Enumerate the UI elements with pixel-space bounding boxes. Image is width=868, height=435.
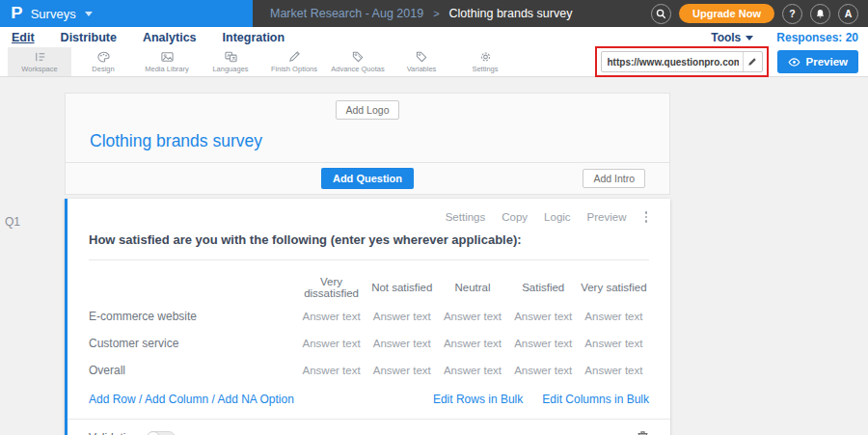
toolbar-item-finish-options[interactable]: Finish Options	[262, 47, 326, 76]
row-label[interactable]: Overall	[89, 364, 296, 377]
answer-cell[interactable]: Answer text	[437, 338, 507, 349]
tools-menu[interactable]: Tools	[711, 31, 753, 44]
question-copy-link[interactable]: Copy	[502, 211, 528, 223]
question-number: Q1	[5, 215, 20, 229]
toolbar-item-advance-quotas[interactable]: Advance Quotas	[326, 47, 390, 76]
matrix-row: Overall Answer text Answer text Answer t…	[89, 357, 649, 384]
design-icon	[96, 50, 111, 64]
answer-cell[interactable]: Answer text	[508, 365, 579, 376]
question-text[interactable]: How satisfied are you with the following…	[89, 223, 649, 259]
answer-cell[interactable]: Answer text	[508, 338, 579, 349]
nav-tabs: Edit Distribute Analytics Integration	[10, 31, 285, 44]
answer-cell[interactable]: Answer text	[296, 311, 366, 322]
column-header[interactable]: Very satisfied	[579, 282, 649, 293]
languages-icon	[224, 50, 238, 64]
help-button[interactable]: ?	[782, 4, 802, 24]
validation-toggle[interactable]	[147, 431, 176, 435]
survey-url-field[interactable]	[601, 51, 763, 72]
trash-icon	[637, 430, 649, 435]
answer-cell[interactable]: Answer text	[366, 365, 437, 376]
question-preview-link[interactable]: Preview	[587, 211, 627, 223]
responses-count[interactable]: Responses: 20	[776, 31, 858, 44]
variables-icon	[415, 50, 429, 64]
toolbar-item-settings[interactable]: Settings	[453, 47, 517, 76]
edit-toolbar: Workspace Design Media Library Languages…	[0, 47, 868, 77]
answer-cell[interactable]: Answer text	[296, 338, 366, 349]
account-avatar[interactable]: A	[838, 4, 858, 24]
answer-cell[interactable]: Answer text	[437, 365, 507, 376]
matrix-row: Customer service Answer text Answer text…	[89, 330, 649, 357]
add-row-link[interactable]: Add Row	[89, 393, 136, 406]
chevron-down-icon	[85, 12, 93, 16]
question-card: Settings Copy Logic Preview How satisfie…	[65, 199, 670, 435]
add-logo-button[interactable]: Add Logo	[336, 100, 400, 120]
advance-quotas-icon	[351, 50, 366, 64]
matrix-header-row: Very dissatisfied Not satisfied Neutral …	[89, 260, 649, 303]
question-logic-link[interactable]: Logic	[544, 211, 571, 223]
answer-cell[interactable]: Answer text	[579, 311, 649, 322]
tab-edit[interactable]: Edit	[12, 31, 35, 44]
question-settings-link[interactable]: Settings	[446, 211, 486, 223]
column-header[interactable]: Very dissatisfied	[296, 276, 366, 299]
product-switcher[interactable]: P Surveys	[0, 0, 253, 27]
delete-question-button[interactable]	[637, 430, 649, 435]
finish-options-icon	[287, 50, 302, 64]
survey-url-input[interactable]	[602, 57, 743, 68]
toolbar-item-variables[interactable]: Variables	[390, 47, 453, 76]
toolbar-item-media-library[interactable]: Media Library	[135, 47, 199, 76]
toolbar-item-workspace[interactable]: Workspace	[8, 47, 71, 76]
topbar-actions: Upgrade Now ? A	[651, 0, 868, 27]
answer-cell[interactable]: Answer text	[579, 338, 649, 349]
product-name: Surveys	[31, 7, 76, 21]
eye-icon	[788, 58, 800, 67]
toolbar-item-design[interactable]: Design	[71, 47, 135, 76]
row-label[interactable]: E-commerce website	[89, 310, 296, 323]
workspace-icon	[33, 50, 47, 64]
media-library-icon	[160, 50, 175, 64]
validation-label: Validation	[89, 431, 139, 435]
questionpro-logo-icon: P	[11, 6, 22, 21]
tab-analytics[interactable]: Analytics	[143, 31, 197, 44]
add-na-option-link[interactable]: Add NA Option	[217, 393, 293, 406]
edit-url-button[interactable]	[743, 52, 762, 71]
breadcrumb-current: Clothing brands survey	[449, 7, 573, 20]
url-highlight-box	[595, 46, 769, 77]
row-label[interactable]: Customer service	[89, 337, 296, 350]
answer-cell[interactable]: Answer text	[508, 311, 579, 322]
upgrade-now-button[interactable]: Upgrade Now	[679, 4, 774, 23]
search-icon	[656, 9, 666, 19]
more-options-icon[interactable]	[643, 211, 650, 223]
answer-cell[interactable]: Answer text	[579, 365, 649, 376]
notifications-button[interactable]	[810, 4, 830, 24]
matrix-table: Very dissatisfied Not satisfied Neutral …	[89, 260, 649, 384]
column-header[interactable]: Satisfied	[508, 282, 579, 293]
add-column-link[interactable]: Add Column	[145, 393, 208, 406]
column-header[interactable]: Not satisfied	[366, 282, 437, 293]
top-bar: P Surveys Market Research - Aug 2019 > C…	[0, 0, 868, 27]
breadcrumb-separator: >	[433, 8, 439, 19]
tab-distribute[interactable]: Distribute	[61, 31, 117, 44]
add-question-button-top[interactable]: Add Question	[321, 168, 414, 189]
answer-cell[interactable]: Answer text	[366, 338, 437, 349]
answer-cell[interactable]: Answer text	[296, 365, 366, 376]
edit-rows-in-bulk-link[interactable]: Edit Rows in Bulk	[433, 393, 523, 406]
survey-title[interactable]: Clothing brands survey	[90, 131, 645, 151]
answer-cell[interactable]: Answer text	[366, 311, 437, 322]
search-button[interactable]	[651, 4, 671, 24]
breadcrumb: Market Research - Aug 2019 > Clothing br…	[253, 0, 651, 27]
column-header[interactable]: Neutral	[437, 282, 507, 293]
tab-integration[interactable]: Integration	[223, 31, 285, 44]
survey-editor-canvas: Q1 Add Logo Clothing brands survey Add Q…	[0, 77, 868, 435]
settings-icon	[478, 50, 493, 64]
breadcrumb-parent[interactable]: Market Research - Aug 2019	[270, 7, 423, 20]
chevron-down-icon	[746, 36, 753, 41]
add-intro-button[interactable]: Add Intro	[583, 169, 645, 188]
answer-cell[interactable]: Answer text	[437, 311, 507, 322]
preview-button[interactable]: Preview	[777, 50, 858, 73]
toolbar-item-languages[interactable]: Languages	[199, 47, 262, 76]
survey-header-card: Add Logo Clothing brands survey Add Ques…	[65, 93, 670, 195]
matrix-row: E-commerce website Answer text Answer te…	[89, 303, 649, 330]
edit-columns-in-bulk-link[interactable]: Edit Columns in Bulk	[542, 393, 649, 406]
section-nav: Edit Distribute Analytics Integration To…	[0, 27, 868, 47]
pencil-icon	[747, 57, 757, 67]
